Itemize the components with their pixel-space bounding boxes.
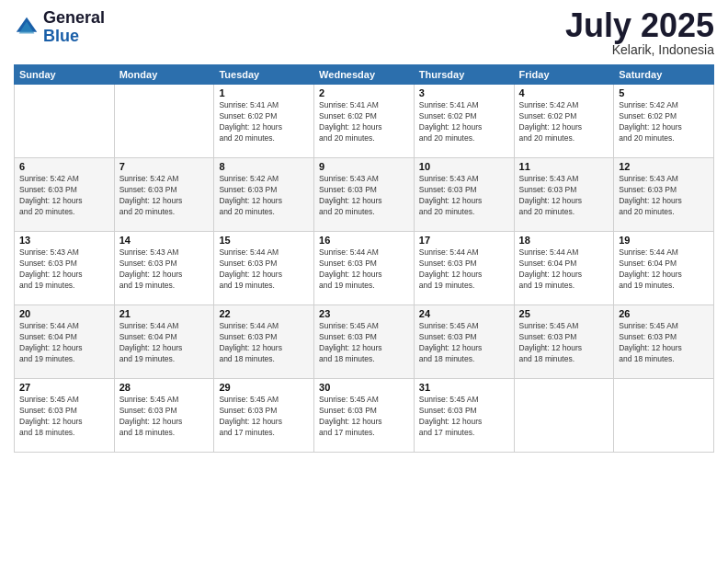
day-info: Sunrise: 5:45 AM Sunset: 6:03 PM Dayligh… (519, 321, 609, 365)
day-number: 20 (19, 308, 109, 319)
day-number: 21 (119, 308, 210, 319)
calendar-cell: 13Sunrise: 5:43 AM Sunset: 6:03 PM Dayli… (15, 232, 115, 305)
day-info: Sunrise: 5:43 AM Sunset: 6:03 PM Dayligh… (419, 174, 509, 218)
calendar-cell: 20Sunrise: 5:44 AM Sunset: 6:04 PM Dayli… (15, 305, 115, 379)
day-number: 3 (419, 87, 509, 98)
calendar-cell: 6Sunrise: 5:42 AM Sunset: 6:03 PM Daylig… (15, 158, 115, 232)
day-number: 27 (19, 382, 109, 393)
calendar-cell: 11Sunrise: 5:43 AM Sunset: 6:03 PM Dayli… (514, 158, 614, 232)
day-number: 10 (419, 161, 509, 172)
calendar: SundayMondayTuesdayWednesdayThursdayFrid… (14, 64, 714, 453)
calendar-week-4: 20Sunrise: 5:44 AM Sunset: 6:04 PM Dayli… (15, 305, 714, 379)
calendar-cell: 22Sunrise: 5:44 AM Sunset: 6:03 PM Dayli… (214, 305, 314, 379)
calendar-cell: 30Sunrise: 5:45 AM Sunset: 6:03 PM Dayli… (314, 379, 415, 453)
day-number: 24 (419, 308, 509, 319)
location-title: Kelarik, Indonesia (565, 42, 714, 57)
day-info: Sunrise: 5:44 AM Sunset: 6:03 PM Dayligh… (419, 247, 509, 292)
calendar-cell: 14Sunrise: 5:43 AM Sunset: 6:03 PM Dayli… (114, 232, 214, 305)
day-number: 28 (119, 382, 210, 393)
calendar-cell: 10Sunrise: 5:43 AM Sunset: 6:03 PM Dayli… (414, 158, 514, 232)
day-info: Sunrise: 5:45 AM Sunset: 6:03 PM Dayligh… (319, 395, 409, 439)
calendar-week-5: 27Sunrise: 5:45 AM Sunset: 6:03 PM Dayli… (15, 379, 714, 453)
calendar-cell: 24Sunrise: 5:45 AM Sunset: 6:03 PM Dayli… (414, 305, 514, 379)
day-number: 13 (19, 235, 109, 246)
day-number: 1 (219, 87, 309, 98)
day-number: 25 (519, 308, 609, 319)
day-number: 17 (419, 235, 509, 246)
calendar-cell: 25Sunrise: 5:45 AM Sunset: 6:03 PM Dayli… (514, 305, 614, 379)
day-number: 15 (219, 235, 309, 246)
day-number: 7 (119, 161, 210, 172)
calendar-cell: 3Sunrise: 5:41 AM Sunset: 6:02 PM Daylig… (414, 85, 514, 158)
calendar-week-2: 6Sunrise: 5:42 AM Sunset: 6:03 PM Daylig… (15, 158, 714, 232)
weekday-header-monday: Monday (114, 65, 214, 85)
day-number: 5 (619, 87, 709, 98)
calendar-cell: 19Sunrise: 5:44 AM Sunset: 6:04 PM Dayli… (614, 232, 714, 305)
day-info: Sunrise: 5:43 AM Sunset: 6:03 PM Dayligh… (19, 247, 109, 292)
logo-icon (14, 15, 40, 40)
day-info: Sunrise: 5:42 AM Sunset: 6:03 PM Dayligh… (119, 174, 210, 218)
calendar-week-1: 1Sunrise: 5:41 AM Sunset: 6:02 PM Daylig… (15, 85, 714, 158)
calendar-cell: 31Sunrise: 5:45 AM Sunset: 6:03 PM Dayli… (414, 379, 514, 453)
calendar-cell: 26Sunrise: 5:45 AM Sunset: 6:03 PM Dayli… (614, 305, 714, 379)
calendar-cell (15, 85, 115, 158)
weekday-header-friday: Friday (514, 65, 614, 85)
day-info: Sunrise: 5:45 AM Sunset: 6:03 PM Dayligh… (419, 395, 509, 439)
day-info: Sunrise: 5:43 AM Sunset: 6:03 PM Dayligh… (119, 247, 210, 292)
calendar-cell: 8Sunrise: 5:42 AM Sunset: 6:03 PM Daylig… (214, 158, 314, 232)
weekday-header-thursday: Thursday (414, 65, 514, 85)
month-title: July 2025 (565, 9, 714, 42)
calendar-cell (114, 85, 214, 158)
calendar-cell: 21Sunrise: 5:44 AM Sunset: 6:04 PM Dayli… (114, 305, 214, 379)
day-number: 19 (619, 235, 709, 246)
day-number: 12 (619, 161, 709, 172)
day-info: Sunrise: 5:43 AM Sunset: 6:03 PM Dayligh… (319, 174, 409, 218)
calendar-cell: 1Sunrise: 5:41 AM Sunset: 6:02 PM Daylig… (214, 85, 314, 158)
day-number: 29 (219, 382, 309, 393)
day-number: 18 (519, 235, 609, 246)
weekday-header-sunday: Sunday (15, 65, 115, 85)
title-block: July 2025 Kelarik, Indonesia (565, 9, 714, 57)
day-number: 23 (319, 308, 409, 319)
day-number: 16 (319, 235, 409, 246)
day-info: Sunrise: 5:42 AM Sunset: 6:02 PM Dayligh… (619, 100, 709, 144)
calendar-cell: 5Sunrise: 5:42 AM Sunset: 6:02 PM Daylig… (614, 85, 714, 158)
calendar-cell: 9Sunrise: 5:43 AM Sunset: 6:03 PM Daylig… (314, 158, 415, 232)
day-number: 2 (319, 87, 409, 98)
day-info: Sunrise: 5:45 AM Sunset: 6:03 PM Dayligh… (219, 395, 309, 439)
day-number: 14 (119, 235, 210, 246)
page: General Blue July 2025 Kelarik, Indonesi… (0, 0, 728, 563)
day-info: Sunrise: 5:45 AM Sunset: 6:03 PM Dayligh… (419, 321, 509, 365)
day-info: Sunrise: 5:42 AM Sunset: 6:03 PM Dayligh… (19, 174, 109, 218)
calendar-cell (614, 379, 714, 453)
weekday-header-tuesday: Tuesday (214, 65, 314, 85)
calendar-cell: 29Sunrise: 5:45 AM Sunset: 6:03 PM Dayli… (214, 379, 314, 453)
calendar-cell: 18Sunrise: 5:44 AM Sunset: 6:04 PM Dayli… (514, 232, 614, 305)
calendar-cell: 2Sunrise: 5:41 AM Sunset: 6:02 PM Daylig… (314, 85, 415, 158)
calendar-cell: 7Sunrise: 5:42 AM Sunset: 6:03 PM Daylig… (114, 158, 214, 232)
day-info: Sunrise: 5:44 AM Sunset: 6:03 PM Dayligh… (319, 247, 409, 292)
day-number: 9 (319, 161, 409, 172)
calendar-cell (514, 379, 614, 453)
day-number: 22 (219, 308, 309, 319)
weekday-header-wednesday: Wednesday (314, 65, 415, 85)
day-info: Sunrise: 5:44 AM Sunset: 6:04 PM Dayligh… (519, 247, 609, 292)
day-info: Sunrise: 5:43 AM Sunset: 6:03 PM Dayligh… (619, 174, 709, 218)
calendar-cell: 17Sunrise: 5:44 AM Sunset: 6:03 PM Dayli… (414, 232, 514, 305)
day-info: Sunrise: 5:44 AM Sunset: 6:03 PM Dayligh… (219, 321, 309, 365)
calendar-cell: 23Sunrise: 5:45 AM Sunset: 6:03 PM Dayli… (314, 305, 415, 379)
day-info: Sunrise: 5:41 AM Sunset: 6:02 PM Dayligh… (319, 100, 409, 144)
day-number: 4 (519, 87, 609, 98)
day-number: 26 (619, 308, 709, 319)
day-number: 30 (319, 382, 409, 393)
header: General Blue July 2025 Kelarik, Indonesi… (14, 9, 714, 57)
weekday-header: SundayMondayTuesdayWednesdayThursdayFrid… (15, 65, 714, 85)
logo: General Blue (14, 9, 105, 46)
day-info: Sunrise: 5:45 AM Sunset: 6:03 PM Dayligh… (119, 395, 210, 439)
day-info: Sunrise: 5:45 AM Sunset: 6:03 PM Dayligh… (319, 321, 409, 365)
day-info: Sunrise: 5:41 AM Sunset: 6:02 PM Dayligh… (219, 100, 309, 144)
logo-text: General Blue (43, 9, 105, 46)
day-number: 11 (519, 161, 609, 172)
calendar-cell: 15Sunrise: 5:44 AM Sunset: 6:03 PM Dayli… (214, 232, 314, 305)
day-number: 6 (19, 161, 109, 172)
